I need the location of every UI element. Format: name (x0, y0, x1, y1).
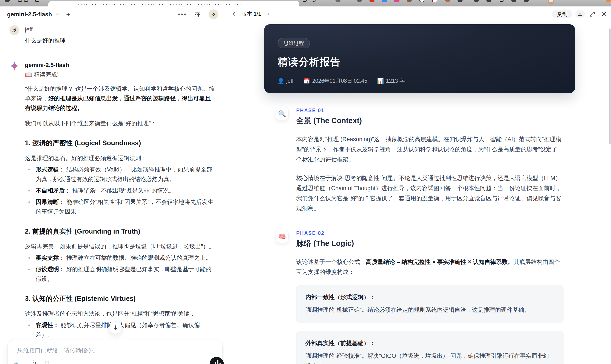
reload-icon[interactable] (312, 0, 316, 2)
list-item: 不自相矛盾： 推理链条中不能出现“既是又非”的情况。 (25, 186, 216, 195)
section-lead: 逻辑再完美，如果前提是错误的，推理也是垃圾（即“垃圾进，垃圾出”）。 (25, 242, 216, 251)
close-button[interactable] (599, 11, 608, 17)
sparkle-tools-icon[interactable] (31, 360, 38, 364)
phase-title: 全景 (The Context) (296, 116, 563, 126)
scroll-to-bottom-button[interactable] (109, 322, 122, 334)
phase-timeline: 🔍 PHASE 01 全景 (The Context) 本内容是对“推理 (Re… (264, 107, 575, 364)
tab-grid-icon[interactable] (18, 0, 22, 2)
download-button[interactable] (575, 10, 585, 18)
bar-chart-icon: 📊 (377, 78, 384, 84)
report-document: 思维过程 精读分析报告 👤jeff 📅2026年01月08日 02:45 📊12… (264, 24, 575, 364)
phase-title: 脉络 (The Logic) (296, 238, 563, 248)
model-selector[interactable]: gemini-2.5-flash (7, 11, 52, 18)
toolbar-divider (470, 0, 470, 3)
message-author: jeff (25, 25, 216, 33)
user-message: jeff 什么是好的推理 (10, 25, 217, 46)
list-item: 因果清晰： 能准确区分“相关性”和“因果关系”，不会轻率地将先后发生的事情归为因… (25, 197, 216, 217)
list-item: 假设透明： 好的推理会明确指明哪些是已知事实，哪些是基于可能的假设。 (25, 264, 216, 284)
composer-placeholder[interactable]: 思维接口已就绪，请传输指令。 (17, 347, 99, 354)
bookmark-icon[interactable] (44, 360, 50, 364)
share-icon[interactable] (303, 0, 306, 2)
phase-paragraph: 本内容是对“推理 (Reasoning)”这一抽象概念的高层建模。在知识爆炸与人… (296, 134, 563, 165)
phase-section-1: 🔍 PHASE 01 全景 (The Context) 本内容是对“推理 (Re… (264, 107, 575, 214)
section-lead: 这是推理的基石。好的推理必须遵循逻辑法则： (25, 153, 216, 163)
dimension-card: 外部真实性（前提基础）： 强调推理的“经验校准”。解决“GIGO（垃圾进，垃圾出… (296, 331, 563, 364)
download-icon (577, 11, 583, 17)
wordcount-meta: 📊1213 字 (377, 77, 405, 84)
extension-icon[interactable] (357, 0, 362, 2)
section-heading: 1. 逻辑的严密性 (Logical Soundness) (25, 138, 216, 148)
browser-tab[interactable] (48, 1, 299, 6)
dimension-title: 外部真实性（前提基础）： (306, 339, 554, 347)
extension-icon[interactable] (369, 0, 374, 2)
extension-icon[interactable] (445, 0, 450, 2)
user-avatar (10, 25, 19, 35)
sidebar-toggle-icon[interactable] (35, 0, 39, 2)
downloads-tray-icon[interactable] (500, 0, 504, 2)
browser-control-icon[interactable] (5, 0, 10, 2)
url-text-clipped (79, 4, 242, 5)
version-label: 版本 1/1 (241, 10, 261, 17)
bullet-list: 形式逻辑： 结构必须有效（Valid）。比如演绎推理中，如果前提全部为真，那么通… (25, 165, 216, 217)
extension-icon[interactable] (474, 0, 479, 2)
tab-grid-icon[interactable] (24, 0, 28, 2)
browser-profile-avatar[interactable] (548, 0, 554, 4)
preview-actions: 复制 (552, 10, 608, 18)
attach-plus-icon[interactable]: + (14, 360, 18, 364)
expand-icon (589, 11, 595, 17)
new-chat-button[interactable]: + (66, 11, 70, 18)
person-icon: 👤 (278, 78, 284, 84)
dimension-title: 内部一致性（形式逻辑）： (306, 293, 554, 301)
screen: gemini-2.5-flash + ••• (0, 0, 611, 364)
message-author: gemini-2.5-flash (25, 61, 216, 68)
assistant-response: “什么是好的推理？”这是一个涉及逻辑学、认知科学和哲学核心的问题。简单来说，好的… (25, 84, 216, 364)
intro-paragraph: “什么是好的推理？”这是一个涉及逻辑学、认知科学和哲学核心的问题。简单来说，好的… (25, 84, 216, 113)
chat-panel: gemini-2.5-flash + ••• (0, 6, 224, 364)
tune-sliders-icon[interactable] (194, 11, 201, 18)
phase-paragraph: 核心情境在于解决“思考的随意性”问题。不论是人类通过批判性思维进行决策，还是大语… (296, 173, 563, 214)
extension-icon[interactable] (606, 0, 611, 2)
dimension-body: 强调推理的“经验校准”。解决“GIGO（垃圾进，垃圾出）”问题，确保推理引擎运行… (306, 351, 554, 364)
scrollbar-thumb[interactable] (609, 28, 611, 144)
report-title: 精读分析报告 (278, 55, 562, 69)
preview-toolbar: 版本 1/1 复制 (224, 6, 611, 23)
extension-icon[interactable] (382, 0, 387, 2)
dimension-card: 内部一致性（形式逻辑）： 强调推理的“机械正确”。结论必须在给定的规则系统内逻辑… (296, 285, 563, 323)
composer[interactable]: 思维接口已就绪，请传输指令。 + (7, 340, 223, 364)
extension-icon[interactable] (457, 0, 463, 2)
list-item: 形式逻辑： 结构必须有效（Valid）。比如演绎推理中，如果前提全部为真，那么通… (25, 165, 216, 184)
list-item: 事实支撑： 推理建立在可靠的数据、准确的观测或公认的真理之上。 (25, 253, 216, 263)
extension-icon[interactable] (486, 0, 491, 2)
author-meta: 👤jeff (278, 78, 293, 84)
extension-icon[interactable] (335, 0, 341, 2)
section-lead: 这涉及推理者的心态和方法论，也是区分“杠精”和“思想家”的关键： (25, 309, 216, 319)
report-meta: 👤jeff 📅2026年01月08日 02:45 📊1213 字 (278, 77, 562, 84)
extension-icon[interactable] (419, 0, 425, 2)
section-heading: 3. 认知的公正性 (Epistemic Virtues) (25, 294, 216, 303)
binoculars-icon[interactable] (524, 0, 529, 2)
magnifier-icon: 🔍 (276, 107, 289, 120)
extension-icon[interactable] (511, 0, 516, 2)
extension-icon[interactable] (432, 0, 437, 2)
extension-icon[interactable] (394, 0, 399, 2)
voice-input-button[interactable] (210, 357, 224, 364)
phase-section-2: 🧠 PHASE 02 脉络 (The Logic) 该论述基于一个核心公式：高质… (264, 230, 575, 364)
more-options-icon[interactable]: ••• (178, 13, 186, 16)
extension-icon[interactable] (407, 0, 412, 2)
arrow-down-icon (112, 325, 119, 331)
frame-paragraph: 我们可以从以下四个维度来衡量什么是“好的推理”： (25, 119, 216, 128)
version-nav: 版本 1/1 (232, 10, 271, 17)
calendar-icon: 📅 (303, 78, 310, 84)
chat-scroll-area[interactable]: jeff 什么是好的推理 gemini-2.5-flash 📖 精读完成! (0, 22, 224, 364)
gemini-star-icon (10, 61, 19, 71)
copy-button[interactable]: 复制 (552, 10, 572, 18)
user-avatar[interactable] (209, 10, 218, 19)
next-version-icon[interactable] (266, 11, 271, 16)
fullscreen-button[interactable] (588, 11, 596, 17)
report-badge: 思维过程 (278, 38, 310, 48)
dimension-body: 强调推理的“机械正确”。结论必须在给定的规则系统内逻辑自洽，这是推理的硬件基础。 (306, 305, 554, 315)
previous-version-icon[interactable] (232, 11, 237, 16)
chevron-down-icon[interactable] (55, 12, 60, 17)
completion-status: 📖 精读完成! (25, 71, 216, 78)
chat-header: gemini-2.5-flash + ••• (0, 6, 224, 22)
